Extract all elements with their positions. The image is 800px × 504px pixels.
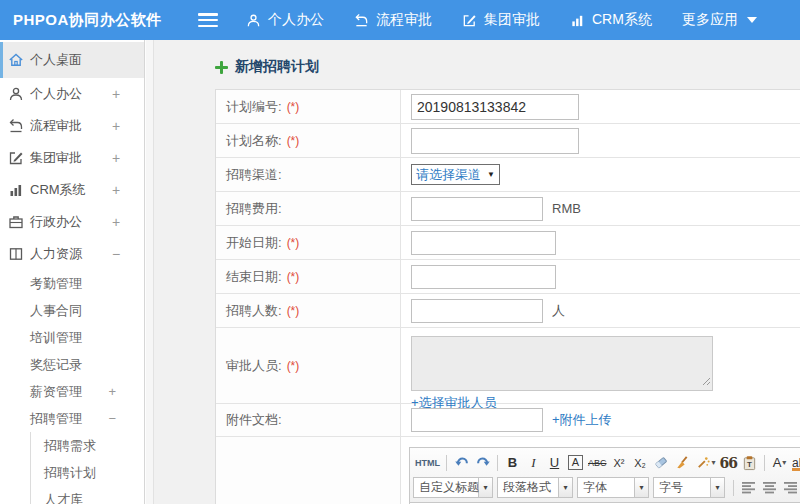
bold-button[interactable]: B xyxy=(502,452,523,473)
sidebar-item-hr-contract[interactable]: 人事合同 xyxy=(0,297,144,324)
home-icon xyxy=(8,52,24,68)
headcount-input[interactable] xyxy=(411,299,543,323)
expand-icon[interactable]: − xyxy=(108,411,116,426)
sidebar-item-talent-pool[interactable]: 人才库 xyxy=(31,486,144,504)
app-logo[interactable]: PHPOA协同办公软件 xyxy=(0,11,178,30)
dropdown-value: 字号 xyxy=(653,477,711,498)
sidebar-item-training[interactable]: 培训管理 xyxy=(0,324,144,351)
approver-textarea[interactable] xyxy=(411,336,713,391)
rich-text-editor: HTML B I U A ABC X² xyxy=(409,447,800,504)
sidebar-item-recruit-demand[interactable]: 招聘需求 xyxy=(31,432,144,459)
expand-icon[interactable]: + xyxy=(110,182,122,198)
expand-icon[interactable]: + xyxy=(110,118,122,134)
caret-down-icon[interactable]: ▾ xyxy=(711,477,725,498)
sidebar-item-admin-office[interactable]: 行政办公 + xyxy=(0,206,144,238)
workflow-icon xyxy=(354,13,369,28)
undo-icon xyxy=(454,455,470,470)
paste-text-button[interactable]: T xyxy=(739,452,760,473)
sidebar-item-personal-desktop[interactable]: 个人桌面 xyxy=(0,42,144,78)
end-date-input[interactable] xyxy=(411,265,556,289)
topnav-personal-office[interactable]: 个人办公 xyxy=(246,11,324,29)
font-family-dropdown[interactable]: 字体 ▾ xyxy=(577,477,649,498)
sidebar-item-workflow-approval[interactable]: 流程审批 + xyxy=(0,110,144,142)
sidebar-item-group-approval[interactable]: 集团审批 + xyxy=(0,142,144,174)
required-mark: (*) xyxy=(287,100,300,114)
custom-title-dropdown[interactable]: 自定义标题 ▾ xyxy=(413,477,493,498)
redo-icon xyxy=(475,455,491,470)
eraser-icon xyxy=(653,455,669,470)
topnav-workflow-approval[interactable]: 流程审批 xyxy=(354,11,432,29)
form-row-channel: 招聘渠道: 请选择渠道 ▼ xyxy=(216,158,800,192)
sidebar-item-recruitment[interactable]: 招聘管理− xyxy=(0,405,144,432)
strikethrough-button[interactable]: ABC xyxy=(586,452,609,473)
expand-icon[interactable]: − xyxy=(110,246,122,262)
caret-down-icon[interactable]: ▾ xyxy=(559,477,573,498)
page-title-row: 新增招聘计划 xyxy=(215,58,800,76)
caret-down-icon: ▾ xyxy=(712,458,716,467)
topnav-label: 更多应用 xyxy=(682,11,738,29)
expand-icon[interactable]: + xyxy=(108,384,116,399)
user-icon xyxy=(8,86,24,102)
highlight-color-button[interactable]: ab▾ xyxy=(790,452,800,473)
sidebar-item-personal-office[interactable]: 个人办公 + xyxy=(0,78,144,110)
underline-button[interactable]: U xyxy=(544,452,565,473)
topnav-group-approval[interactable]: 集团审批 xyxy=(462,11,540,29)
hamburger-menu-icon[interactable] xyxy=(198,13,218,27)
start-date-input[interactable] xyxy=(411,231,556,255)
sidebar-item-rewards[interactable]: 奖惩记录 xyxy=(0,351,144,378)
sidebar-label: 招聘需求 xyxy=(44,437,96,455)
topnav-label: 流程审批 xyxy=(376,11,432,29)
field-label: 招聘人数: xyxy=(226,302,282,320)
sidebar-item-recruit-plan[interactable]: 招聘计划 xyxy=(31,459,144,486)
briefcase-icon xyxy=(8,214,24,230)
auto-format-button[interactable]: ▾ xyxy=(693,452,718,473)
page-title: 新增招聘计划 xyxy=(235,58,319,76)
expand-icon[interactable]: + xyxy=(110,150,122,166)
eraser-button[interactable] xyxy=(651,452,672,473)
undo-button[interactable] xyxy=(451,452,472,473)
required-mark: (*) xyxy=(287,236,300,250)
align-right-button[interactable] xyxy=(780,477,800,498)
cost-input[interactable] xyxy=(411,197,543,221)
caret-down-icon[interactable]: ▾ xyxy=(635,477,649,498)
plan-number-input[interactable] xyxy=(411,94,579,120)
sidebar-label: 培训管理 xyxy=(30,329,82,347)
topnav-more-apps[interactable]: 更多应用 xyxy=(682,11,757,29)
book-icon xyxy=(8,246,24,262)
subscript-button[interactable]: X₂ xyxy=(630,452,651,473)
sidebar-scrollbar[interactable] xyxy=(145,40,154,504)
workflow-icon xyxy=(8,118,24,134)
expand-icon[interactable]: + xyxy=(110,214,122,230)
blockquote-button[interactable]: 66 xyxy=(718,452,739,473)
font-color-button[interactable]: A▾ xyxy=(769,452,790,473)
caret-down-icon[interactable]: ▾ xyxy=(479,477,493,498)
align-left-button[interactable] xyxy=(738,477,759,498)
form-row-start-date: 开始日期: (*) xyxy=(216,226,800,260)
plan-name-input[interactable] xyxy=(411,128,579,154)
recruitment-plan-form: 计划编号: (*) 计划名称: (*) 招聘渠道: xyxy=(215,89,800,504)
sidebar-item-attendance[interactable]: 考勤管理 xyxy=(0,270,144,297)
resize-handle-icon[interactable] xyxy=(702,377,711,386)
sidebar-item-salary[interactable]: 薪资管理+ xyxy=(0,378,144,405)
channel-select[interactable]: 请选择渠道 ▼ xyxy=(411,164,500,185)
expand-icon[interactable]: + xyxy=(110,86,122,102)
font-size-dropdown[interactable]: 字号 ▾ xyxy=(653,477,725,498)
superscript-button[interactable]: X² xyxy=(609,452,630,473)
required-mark: (*) xyxy=(287,134,300,148)
text-border-button[interactable]: A xyxy=(568,455,583,470)
attachment-upload-link[interactable]: +附件上传 xyxy=(552,411,612,429)
align-center-button[interactable] xyxy=(759,477,780,498)
italic-button[interactable]: I xyxy=(523,452,544,473)
clipboard-icon: T xyxy=(742,455,757,471)
paragraph-format-dropdown[interactable]: 段落格式 ▾ xyxy=(497,477,573,498)
form-row-approver: 审批人员: (*) +选择审批人员 xyxy=(216,328,800,404)
redo-button[interactable] xyxy=(472,452,493,473)
source-code-button[interactable]: HTML xyxy=(413,452,442,473)
sidebar-item-crm-system[interactable]: CRM系统 + xyxy=(0,174,144,206)
format-brush-button[interactable] xyxy=(672,452,693,473)
topnav-crm-system[interactable]: CRM系统 xyxy=(570,11,652,29)
attachment-input[interactable] xyxy=(411,408,543,432)
field-label: 开始日期: xyxy=(226,234,282,252)
sidebar-item-human-resources[interactable]: 人力资源 − xyxy=(0,238,144,270)
form-row-cost: 招聘费用: RMB xyxy=(216,192,800,226)
